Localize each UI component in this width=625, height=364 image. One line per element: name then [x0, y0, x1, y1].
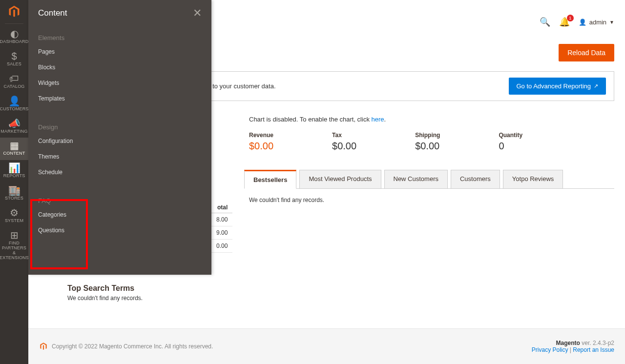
stat-tax: Tax $0.00: [332, 132, 356, 152]
magento-logo-icon: [39, 342, 48, 351]
layout-icon: ▦: [10, 141, 19, 150]
peek-cell: 0.00: [211, 240, 232, 253]
nav-label: CATALOG: [3, 84, 24, 89]
stat-value: $0.00: [332, 141, 356, 151]
peek-header: otal: [211, 202, 232, 213]
admin-left-rail: ◐ DASHBOARD $ SALES 🏷 CATALOG 👤 CUSTOMER…: [0, 0, 28, 364]
nav-label: CUSTOMERS: [0, 107, 29, 112]
stat-label: Revenue: [249, 132, 273, 139]
top-search-terms: Top Search Terms We couldn't find any re…: [67, 284, 143, 302]
nav-label: FIND PARTNERS & EXTENSIONS: [0, 241, 29, 261]
flyout-section-design: Design: [38, 123, 202, 131]
flyout-link-configuration[interactable]: Configuration: [38, 138, 202, 144]
stat-quantity: Quantity 0: [499, 132, 522, 152]
button-label: Go to Advanced Reporting: [517, 82, 591, 90]
privacy-policy-link[interactable]: Privacy Policy: [532, 346, 568, 353]
bars-icon: 📊: [8, 163, 21, 173]
nav-partners[interactable]: ⊞ FIND PARTNERS & EXTENSIONS: [0, 227, 28, 264]
admin-footer: Copyright © 2022 Magento Commerce Inc. A…: [28, 328, 625, 364]
search-icon[interactable]: 🔍: [540, 17, 550, 27]
section-title: Top Search Terms: [67, 284, 143, 293]
rail-separator: [5, 23, 23, 24]
dashboard-stats: Revenue $0.00 Tax $0.00 Shipping $0.00 Q…: [249, 132, 614, 152]
nav-label: SALES: [7, 62, 21, 67]
notice-prefix: Chart is disabled. To enable the chart, …: [249, 116, 372, 123]
user-menu[interactable]: 👤 admin ▼: [579, 19, 614, 26]
gauge-icon: ◐: [10, 29, 19, 39]
stat-label: Quantity: [499, 132, 522, 139]
tab-content: We couldn't find any records.: [249, 189, 614, 211]
peek-cell: 8.00: [211, 213, 232, 226]
notice-suffix: .: [384, 116, 386, 123]
stat-label: Shipping: [415, 132, 440, 139]
flyout-link-questions[interactable]: Questions: [38, 227, 202, 234]
flyout-link-categories[interactable]: Categories: [38, 211, 202, 218]
stat-revenue: Revenue $0.00: [249, 132, 273, 152]
advanced-reporting-button[interactable]: Go to Advanced Reporting ↗: [509, 78, 606, 95]
user-name: admin: [589, 19, 606, 26]
dashboard-tabs: Bestsellers Most Viewed Products New Cus…: [244, 169, 614, 189]
user-icon: 👤: [579, 19, 586, 26]
brand-name: Magento: [556, 340, 580, 346]
orders-table-peek: otal 8.00 9.00 0.00: [211, 202, 232, 253]
footer-sep: |: [568, 346, 573, 353]
flyout-link-blocks[interactable]: Blocks: [38, 64, 202, 71]
flyout-title: Content: [38, 8, 67, 18]
chevron-down-icon: ▼: [609, 20, 614, 25]
stat-shipping: Shipping $0.00: [415, 132, 440, 152]
nav-label: SYSTEM: [5, 219, 23, 223]
nav-sales[interactable]: $ SALES: [0, 48, 28, 71]
flyout-link-pages[interactable]: Pages: [38, 48, 202, 55]
flyout-section-faq: FAQ: [38, 197, 202, 204]
tab-new-customers[interactable]: New Customers: [384, 170, 448, 189]
store-icon: 🏬: [8, 185, 21, 195]
reload-data-button[interactable]: Reload Data: [559, 44, 614, 61]
tab-customers[interactable]: Customers: [451, 170, 500, 189]
flyout-link-widgets[interactable]: Widgets: [38, 80, 202, 86]
version-text: ver. 2.4.3-p2: [580, 340, 614, 346]
nav-label: CONTENT: [3, 151, 25, 156]
nav-label: STORES: [5, 196, 23, 201]
stat-value: 0: [499, 141, 504, 151]
gear-icon: ⚙: [10, 208, 19, 218]
nav-customers[interactable]: 👤 CUSTOMERS: [0, 93, 28, 116]
notification-badge: 1: [567, 15, 574, 21]
flyout-link-themes[interactable]: Themes: [38, 153, 202, 160]
tag-icon: 🏷: [9, 74, 19, 83]
person-icon: 👤: [8, 96, 21, 106]
nav-content[interactable]: ▦ CONTENT: [0, 138, 28, 160]
nav-system[interactable]: ⚙ SYSTEM: [0, 205, 28, 227]
enable-chart-link[interactable]: here: [372, 116, 384, 123]
content-flyout: Content ✕ Elements Pages Blocks Widgets …: [28, 0, 211, 275]
dollar-icon: $: [11, 51, 17, 61]
tab-yotpo[interactable]: Yotpo Reviews: [503, 170, 563, 189]
empty-message: We couldn't find any records.: [249, 197, 324, 203]
empty-message: We couldn't find any records.: [67, 295, 143, 302]
close-icon[interactable]: ✕: [193, 7, 202, 20]
tab-bestsellers[interactable]: Bestsellers: [244, 170, 296, 189]
nav-catalog[interactable]: 🏷 CATALOG: [0, 71, 28, 93]
stat-value: $0.00: [249, 141, 273, 151]
nav-label: DASHBOARD: [0, 40, 28, 44]
stat-label: Tax: [332, 132, 356, 139]
flyout-link-schedule[interactable]: Schedule: [38, 169, 202, 176]
copyright-text: Copyright © 2022 Magento Commerce Inc. A…: [52, 343, 213, 350]
nav-label: MARKETING: [0, 129, 27, 134]
nav-marketing[interactable]: 📣 MARKETING: [0, 116, 28, 138]
puzzle-icon: ⊞: [10, 230, 19, 240]
chart-disabled-notice: Chart is disabled. To enable the chart, …: [249, 116, 614, 123]
report-issue-link[interactable]: Report an Issue: [573, 346, 614, 353]
magento-logo[interactable]: [0, 0, 28, 23]
nav-reports[interactable]: 📊 REPORTS: [0, 160, 28, 182]
flyout-section-elements: Elements: [38, 34, 202, 41]
megaphone-icon: 📣: [8, 119, 21, 128]
peek-cell: 9.00: [211, 226, 232, 240]
nav-label: REPORTS: [3, 174, 25, 179]
external-link-icon: ↗: [594, 83, 598, 89]
stat-value: $0.00: [415, 141, 439, 151]
notifications-icon[interactable]: 🔔 1: [559, 17, 570, 27]
tab-most-viewed[interactable]: Most Viewed Products: [299, 170, 381, 189]
nav-dashboard[interactable]: ◐ DASHBOARD: [0, 26, 28, 48]
flyout-link-templates[interactable]: Templates: [38, 95, 202, 102]
nav-stores[interactable]: 🏬 STORES: [0, 182, 28, 205]
